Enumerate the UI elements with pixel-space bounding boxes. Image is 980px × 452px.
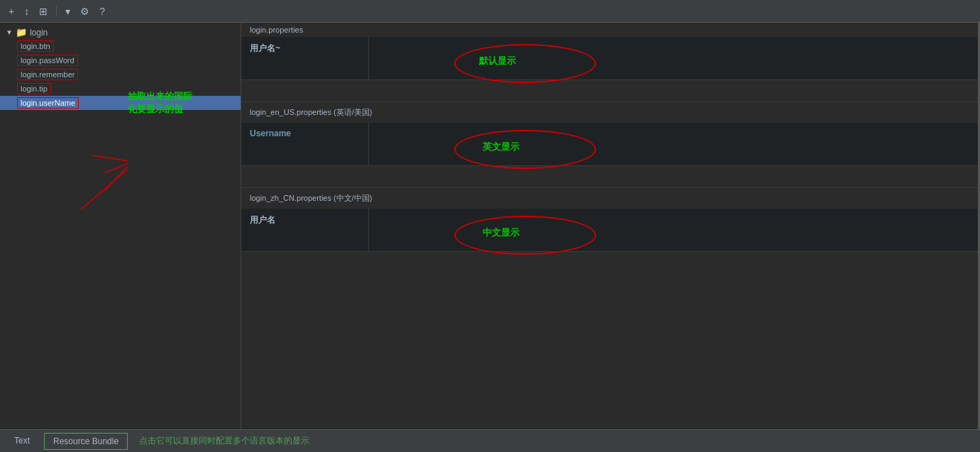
sort-icon[interactable]: ↕	[21, 4, 32, 18]
item-label-tip: login.tip	[17, 83, 51, 94]
spacer-1	[241, 80, 980, 101]
section-default: login.properties 用户名~ 默认显示	[241, 23, 980, 101]
settings-icon[interactable]: ⚙	[77, 4, 92, 18]
property-row-default: 用户名~ 默认显示	[241, 37, 980, 80]
grid-icon[interactable]: ⊞	[36, 4, 50, 18]
tree-item-btn[interactable]: login.btn	[0, 39, 241, 53]
property-value-default[interactable]: 默认显示	[369, 37, 980, 79]
item-label-password: login.passWord	[17, 55, 78, 66]
oval-en	[454, 130, 596, 169]
folder-icon: 📁	[16, 27, 27, 38]
property-value-en[interactable]: 英文显示	[369, 123, 980, 165]
help-icon[interactable]: ?	[97, 4, 108, 18]
property-row-zh: 用户名 中文显示	[241, 209, 980, 252]
annotation-en: 英文显示	[483, 140, 519, 153]
locale-label-zh: login_zh_CN.properties (中文/中国)	[250, 193, 372, 204]
property-row-en: Username 英文显示	[241, 123, 980, 166]
oval-default	[454, 44, 596, 83]
tab-resource-bundle[interactable]: Resource Bundle	[44, 433, 128, 450]
section-zh: login_zh_CN.properties (中文/中国) 用户名 中文显示	[241, 187, 980, 273]
toolbar: + ↕ ⊞ ▾ ⚙ ?	[0, 0, 980, 23]
locale-label-en: login_en_US.properties (英语/美国)	[250, 107, 372, 118]
oval-zh	[454, 216, 596, 255]
property-key-en: Username	[241, 123, 369, 165]
item-label-username: login.userName	[17, 97, 79, 109]
annotation-zh: 中文显示	[483, 226, 519, 239]
file-header-default: login.properties	[241, 23, 980, 37]
section-header-en: login_en_US.properties (英语/美国)	[241, 101, 980, 123]
property-key-zh: 用户名	[241, 209, 369, 251]
section-header-zh: login_zh_CN.properties (中文/中国)	[241, 187, 980, 209]
item-label-btn: login.btn	[17, 40, 54, 52]
tree-item-username[interactable]: login.userName	[0, 96, 241, 110]
property-value-zh[interactable]: 中文显示	[369, 209, 980, 251]
tree-item-password[interactable]: login.passWord	[0, 53, 241, 67]
section-en: login_en_US.properties (英语/美国) Username …	[241, 101, 980, 187]
right-panel: login.properties 用户名~ 默认显示 login_en_US.p…	[241, 23, 980, 429]
main-area: ▼ 📁 login login.btn login.passWord login…	[0, 23, 980, 429]
tab-text[interactable]: Text	[6, 433, 38, 450]
annotation-default: 默认显示	[479, 55, 516, 67]
left-panel: ▼ 📁 login login.btn login.passWord login…	[0, 23, 241, 429]
folder-login[interactable]: ▼ 📁 login	[0, 26, 241, 39]
item-label-remember: login.remember	[17, 69, 78, 80]
add-icon[interactable]: +	[6, 4, 17, 18]
folder-label: login	[30, 28, 48, 38]
tree-area[interactable]: ▼ 📁 login login.btn login.passWord login…	[0, 23, 241, 429]
bottom-annotation: 点击它可以直接同时配置多个语言版本的显示	[139, 435, 309, 447]
tree-item-tip[interactable]: login.tip	[0, 82, 241, 96]
spacer-2	[241, 166, 980, 187]
tree-item-remember[interactable]: login.remember	[0, 67, 241, 82]
toolbar-separator	[56, 6, 57, 17]
collapse-icon: ▼	[6, 28, 13, 36]
dropdown-icon[interactable]: ▾	[62, 4, 73, 18]
property-key-default: 用户名~	[241, 37, 369, 79]
bottom-tab-bar: Text Resource Bundle 点击它可以直接同时配置多个语言版本的显…	[0, 429, 980, 452]
right-panel-wrapper: login.properties 用户名~ 默认显示 login_en_US.p…	[241, 23, 980, 429]
spacer-3	[241, 252, 980, 273]
